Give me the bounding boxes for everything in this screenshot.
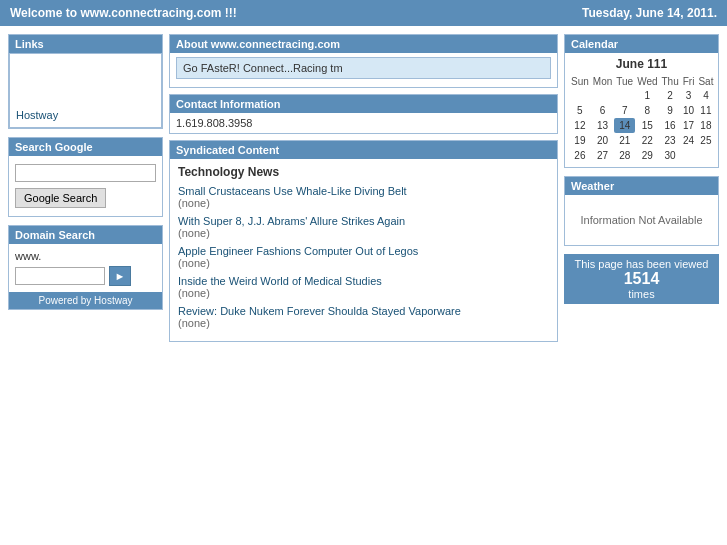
calendar-week-row: 19202122232425 <box>569 133 715 148</box>
calendar-table: SunMonTueWedThuFriSat 123456789101112131… <box>569 75 715 163</box>
weather-header: Weather <box>565 177 718 195</box>
calendar-header: Calendar <box>565 35 718 53</box>
hostway-link[interactable]: Hostway <box>16 109 58 121</box>
calendar-day-cell: 3 <box>681 88 697 103</box>
calendar-day-cell: 21 <box>614 133 635 148</box>
calendar-month-title: June 111 <box>569 57 714 71</box>
calendar-day-cell: 27 <box>591 148 614 163</box>
calendar-day-cell <box>591 88 614 103</box>
calendar-day-cell: 25 <box>696 133 715 148</box>
calendar-day-cell: 26 <box>569 148 591 163</box>
calendar-day-cell: 6 <box>591 103 614 118</box>
news-link-3[interactable]: Inside the Weird World of Medical Studie… <box>178 275 382 287</box>
calendar-day-header: Tue <box>614 75 635 88</box>
weather-section: Weather Information Not Available <box>564 176 719 246</box>
calendar-day-cell: 7 <box>614 103 635 118</box>
weather-status: Information Not Available <box>565 195 718 245</box>
calendar-day-cell <box>681 148 697 163</box>
contact-section: Contact Information 1.619.808.3958 <box>169 94 558 134</box>
calendar-day-cell: 17 <box>681 118 697 133</box>
calendar-day-cell: 24 <box>681 133 697 148</box>
links-section: Links Hostway <box>8 34 163 129</box>
calendar-week-row: 567891011 <box>569 103 715 118</box>
calendar-day-header: Fri <box>681 75 697 88</box>
calendar-day-cell: 4 <box>696 88 715 103</box>
about-section: About www.connectracing.com Go FAsteR! C… <box>169 34 558 88</box>
calendar-day-cell: 23 <box>660 133 681 148</box>
search-google-input[interactable] <box>15 164 156 182</box>
domain-search-header: Domain Search <box>9 226 162 244</box>
links-header: Links <box>9 35 162 53</box>
news-sub-2: (none) <box>178 257 210 269</box>
google-search-button[interactable]: Google Search <box>15 188 106 208</box>
news-sub-0: (none) <box>178 197 210 209</box>
header-date: Tuesday, June 14, 2011. <box>582 6 717 20</box>
calendar-day-cell: 1 <box>635 88 659 103</box>
powered-by-link[interactable]: Powered by Hostway <box>39 295 133 306</box>
news-item: With Super 8, J.J. Abrams' Allure Strike… <box>178 215 549 239</box>
calendar-day-cell: 28 <box>614 148 635 163</box>
calendar-day-cell: 12 <box>569 118 591 133</box>
calendar-day-header: Thu <box>660 75 681 88</box>
news-link-1[interactable]: With Super 8, J.J. Abrams' Allure Strike… <box>178 215 405 227</box>
calendar-day-cell: 14 <box>614 118 635 133</box>
mid-column: About www.connectracing.com Go FAsteR! C… <box>169 34 558 342</box>
calendar-day-cell: 16 <box>660 118 681 133</box>
calendar-day-cell: 13 <box>591 118 614 133</box>
news-items-container: Small Crustaceans Use Whale-Like Diving … <box>178 185 549 329</box>
calendar-section: Calendar June 111 SunMonTueWedThuFriSat … <box>564 34 719 168</box>
calendar-day-cell: 19 <box>569 133 591 148</box>
news-sub-4: (none) <box>178 317 210 329</box>
calendar-body-rows: 1234567891011121314151617181920212223242… <box>569 88 715 163</box>
calendar-day-cell: 10 <box>681 103 697 118</box>
search-google-header: Search Google <box>9 138 162 156</box>
calendar-day-cell: 30 <box>660 148 681 163</box>
news-link-4[interactable]: Review: Duke Nukem Forever Shoulda Staye… <box>178 305 461 317</box>
news-item: Inside the Weird World of Medical Studie… <box>178 275 549 299</box>
syndicated-body: Technology News Small Crustaceans Use Wh… <box>170 159 557 341</box>
calendar-day-header: Sat <box>696 75 715 88</box>
about-tagline: Go FAsteR! Connect...Racing tm <box>176 57 551 79</box>
calendar-day-header: Mon <box>591 75 614 88</box>
pageviews-suffix: times <box>628 288 654 300</box>
search-google-body: Google Search <box>9 156 162 216</box>
news-link-2[interactable]: Apple Engineer Fashions Computer Out of … <box>178 245 418 257</box>
calendar-day-header: Wed <box>635 75 659 88</box>
calendar-day-cell: 11 <box>696 103 715 118</box>
pageviews-section: This page has been viewed 1514 times <box>564 254 719 304</box>
calendar-day-cell: 2 <box>660 88 681 103</box>
news-link-0[interactable]: Small Crustaceans Use Whale-Like Diving … <box>178 185 407 197</box>
calendar-day-cell <box>569 88 591 103</box>
search-google-section: Search Google Google Search <box>8 137 163 217</box>
syndicated-header: Syndicated Content <box>170 141 557 159</box>
calendar-body: June 111 SunMonTueWedThuFriSat 123456789… <box>565 53 718 167</box>
tech-news-title: Technology News <box>178 165 549 179</box>
calendar-week-row: 12131415161718 <box>569 118 715 133</box>
calendar-day-cell: 20 <box>591 133 614 148</box>
calendar-day-header: Sun <box>569 75 591 88</box>
pageviews-label: This page has been viewed <box>575 258 709 270</box>
calendar-day-cell <box>696 148 715 163</box>
calendar-day-cell: 15 <box>635 118 659 133</box>
right-column: Calendar June 111 SunMonTueWedThuFriSat … <box>564 34 719 304</box>
calendar-day-cell <box>614 88 635 103</box>
domain-input-row: ► <box>15 266 156 286</box>
page-header: Welcome to www.connectracing.com !!! Tue… <box>0 0 727 26</box>
calendar-day-cell: 18 <box>696 118 715 133</box>
welcome-text: Welcome to www.connectracing.com !!! <box>10 6 237 20</box>
domain-go-button[interactable]: ► <box>109 266 131 286</box>
calendar-headers-row: SunMonTueWedThuFriSat <box>569 75 715 88</box>
calendar-day-cell: 22 <box>635 133 659 148</box>
calendar-day-cell: 5 <box>569 103 591 118</box>
pageviews-count: 1514 <box>568 270 715 288</box>
calendar-day-cell: 29 <box>635 148 659 163</box>
news-item: Review: Duke Nukem Forever Shoulda Staye… <box>178 305 549 329</box>
news-item: Apple Engineer Fashions Computer Out of … <box>178 245 549 269</box>
contact-header: Contact Information <box>170 95 557 113</box>
calendar-week-row: 1234 <box>569 88 715 103</box>
news-sub-1: (none) <box>178 227 210 239</box>
calendar-week-row: 2627282930 <box>569 148 715 163</box>
left-column: Links Hostway Search Google Google Searc… <box>8 34 163 310</box>
calendar-day-cell: 9 <box>660 103 681 118</box>
domain-search-input[interactable] <box>15 267 105 285</box>
